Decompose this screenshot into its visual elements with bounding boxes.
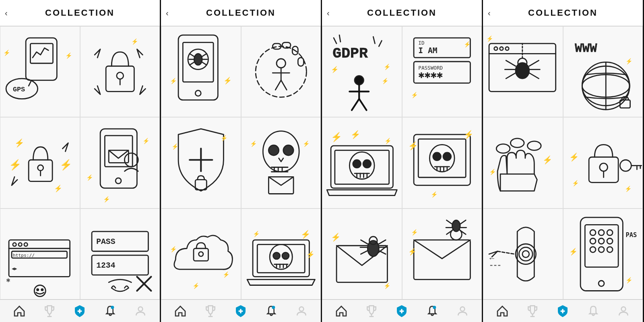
nav-shield-3[interactable] [395, 305, 408, 318]
cell-phone-pass[interactable]: PAS ⚡ ⚡ [563, 208, 643, 300]
cell-gdpr[interactable]: GDPR ⚡ ⚡ ⚡ [322, 26, 402, 118]
svg-point-180 [506, 47, 509, 50]
svg-point-200 [527, 141, 541, 150]
nav-home-3[interactable] [335, 305, 348, 318]
svg-text:⚡: ⚡ [625, 277, 633, 284]
bottom-nav-1 [0, 299, 160, 322]
svg-text:⚡: ⚡ [572, 180, 579, 187]
cell-mail-bug[interactable]: ⚡ ⚡ [322, 208, 402, 300]
svg-point-142 [433, 153, 441, 161]
nav-trophy-2[interactable] [204, 305, 217, 318]
nav-user-1[interactable] [134, 305, 147, 318]
cell-cloud-lock[interactable]: ⚡ ⚡ ⚡ [161, 208, 241, 300]
nav-trophy-4[interactable] [526, 305, 539, 318]
svg-point-34 [34, 285, 45, 296]
cell-lock-key[interactable]: ⚡ ⚡ ⚡ [563, 117, 643, 208]
cell-phone-mail[interactable]: ⚡ ⚡ ⚡ [80, 117, 160, 208]
svg-line-110 [334, 38, 336, 43]
svg-text:⚡: ⚡ [384, 282, 391, 289]
svg-text:⚡: ⚡ [624, 186, 632, 193]
svg-text:⚡: ⚡ [331, 66, 339, 73]
svg-point-220 [599, 281, 604, 286]
svg-text:⚡: ⚡ [131, 38, 138, 45]
nav-bell-4[interactable] [587, 305, 600, 318]
cell-lightning-lock[interactable]: ⚡ ⚡ ⚡ ⚡ [0, 117, 80, 208]
svg-rect-218 [580, 217, 623, 291]
svg-point-227 [590, 247, 595, 252]
cell-laptop-skull-monitor[interactable]: ⚡ ⚡ ⚡ [322, 117, 402, 208]
cell-laptop-skull2[interactable]: ⚡ ⚡ ⚡ [241, 208, 321, 300]
svg-text:⚡: ⚡ [253, 230, 260, 237]
svg-line-71 [275, 80, 281, 90]
svg-text:⚡: ⚡ [331, 232, 341, 242]
panel-header-1: ‹ COLLECTION [0, 0, 160, 26]
grid-4: ⚡ WWW ⚡ [483, 26, 643, 300]
nav-bell-1[interactable] [104, 305, 117, 318]
grid-2: ⚡ ⚡ [161, 26, 321, 300]
back-arrow-4[interactable]: ‹ [488, 8, 491, 17]
nav-bell-3[interactable] [426, 305, 439, 318]
cell-phone-bug[interactable]: ⚡ ⚡ [161, 26, 241, 118]
svg-point-149 [367, 241, 379, 256]
nav-home-4[interactable] [496, 305, 509, 318]
cell-www-globe[interactable]: WWW ⚡ [563, 26, 643, 118]
svg-line-186 [529, 60, 539, 66]
cell-browser-spider[interactable]: ⚡ [483, 26, 563, 118]
nav-user-3[interactable] [456, 305, 469, 318]
back-arrow-2[interactable]: ‹ [166, 8, 169, 17]
cell-gps-phone[interactable]: GPS ⚡ ⚡ [0, 26, 80, 118]
cell-lock-arrows[interactable]: ⚡ [80, 26, 160, 118]
svg-text:⚡: ⚡ [60, 159, 72, 171]
cell-monitor-skull[interactable]: ⚡ ⚡ ⚡ [402, 117, 482, 208]
finger-touch-icon: ⚡ ⚡ [483, 118, 563, 208]
svg-point-223 [607, 230, 613, 235]
back-arrow-3[interactable]: ‹ [327, 8, 330, 17]
svg-point-80 [283, 145, 293, 155]
laptop-skull2-icon: ⚡ ⚡ ⚡ [242, 209, 321, 299]
svg-point-221 [590, 230, 595, 235]
svg-point-229 [607, 247, 613, 252]
nav-trophy-3[interactable] [365, 305, 378, 318]
panel-header-4: ‹ COLLECTION [483, 0, 643, 26]
mail-bug-icon: ⚡ ⚡ [322, 209, 402, 299]
cell-skull-mail[interactable]: ⚡ ⚡ [241, 117, 321, 208]
back-arrow-1[interactable]: ‹ [5, 8, 8, 17]
svg-point-179 [500, 47, 503, 50]
nav-home-2[interactable] [174, 305, 187, 318]
https-browser-icon: https:// ◀▶ ✱ [0, 209, 80, 299]
cell-finger-touch[interactable]: ⚡ ⚡ [483, 117, 563, 208]
cell-shield-lock[interactable]: ⚡ ⚡ [161, 117, 241, 208]
svg-point-224 [590, 238, 595, 244]
svg-point-49 [138, 307, 143, 311]
nav-trophy-1[interactable] [43, 305, 56, 318]
lock-arrows-icon: ⚡ [80, 27, 160, 117]
svg-text:WWW: WWW [575, 41, 597, 56]
svg-point-181 [516, 63, 529, 78]
svg-text:←: ← [488, 254, 496, 262]
svg-point-36 [41, 289, 43, 291]
nav-shield-2[interactable] [234, 305, 247, 318]
cell-mail-bug2[interactable]: ⚡ ⚡ [402, 208, 482, 300]
cell-https-browser[interactable]: https:// ◀▶ ✱ [0, 208, 80, 300]
cell-arrow-door[interactable]: ← [483, 208, 563, 300]
cell-chain-person[interactable] [241, 26, 321, 118]
nav-user-2[interactable] [295, 305, 308, 318]
svg-line-72 [281, 80, 287, 90]
svg-rect-89 [194, 248, 208, 261]
nav-shield-4[interactable] [556, 305, 569, 318]
svg-text:⚡: ⚡ [250, 140, 257, 148]
svg-point-98 [282, 252, 289, 259]
cell-pass-1234[interactable]: PASS 1234 [80, 208, 160, 300]
svg-text:⚡: ⚡ [223, 76, 232, 85]
panel-title-4: COLLECTION [528, 8, 598, 18]
nav-home-1[interactable] [13, 305, 26, 318]
nav-user-4[interactable] [617, 305, 630, 318]
nav-shield-1[interactable] [73, 305, 86, 318]
svg-point-90 [199, 252, 203, 256]
bottom-nav-4 [483, 299, 643, 322]
svg-text:⚡: ⚡ [431, 191, 438, 198]
svg-point-22 [124, 153, 138, 167]
nav-bell-2[interactable] [265, 305, 278, 318]
svg-text:⚡: ⚡ [489, 169, 496, 176]
cell-id-password[interactable]: ID I AM PASSWORD ✱✱✱✱ ⚡ ⚡ [402, 26, 482, 118]
